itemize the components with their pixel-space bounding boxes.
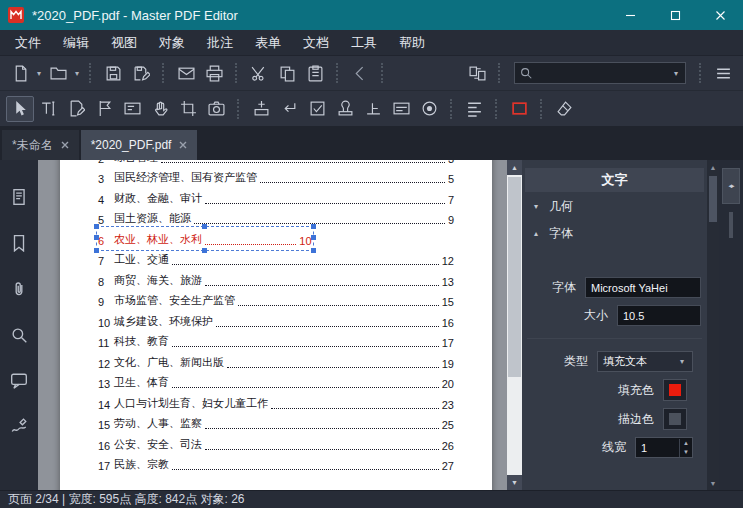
text-field-tool-button[interactable] [387, 96, 415, 122]
email-button[interactable] [172, 60, 200, 86]
toc-row[interactable]: 17民族、宗教27 [98, 454, 454, 475]
stroke-color-swatch[interactable] [663, 408, 687, 430]
close-button[interactable] [698, 0, 743, 30]
edit-object-tool-button[interactable] [62, 96, 90, 122]
new-document-caret[interactable]: ▾ [34, 69, 44, 78]
scroll-up-icon[interactable]: ▲ [710, 160, 717, 174]
scroll-up-icon[interactable]: ▲ [507, 160, 522, 175]
selection-handle[interactable] [311, 235, 316, 240]
document-scrollbar[interactable]: ▲ ▼ [507, 160, 522, 490]
toc-row[interactable]: 9市场监管、安全生产监管15 [98, 290, 454, 311]
scrollbar-thumb[interactable] [508, 177, 521, 377]
toc-row[interactable]: 16公安、安全、司法26 [98, 433, 454, 454]
tab-close-icon[interactable] [179, 141, 187, 149]
hand-tool-button[interactable] [146, 96, 174, 122]
toc-row[interactable]: 12文化、广电、新闻出版19 [98, 351, 454, 372]
open-button[interactable] [44, 60, 72, 86]
text-type-dropdown[interactable]: 填充文本 ▾ [597, 351, 693, 372]
menu-item-8[interactable]: 帮助 [388, 30, 436, 56]
indent-tool-button[interactable] [275, 96, 303, 122]
section-font[interactable]: ▴ 字体 [522, 219, 707, 246]
spin-up-icon[interactable]: ▲ [680, 439, 692, 448]
toolbar-menu-button[interactable] [709, 60, 737, 86]
panel-scrollbar-thumb[interactable] [709, 176, 717, 222]
toc-row[interactable]: 13卫生、体育20 [98, 372, 454, 393]
toc-row[interactable]: 3国民经济管理、国有资产监管5 [98, 167, 454, 188]
perpendicular-tool-button[interactable] [359, 96, 387, 122]
copy-button[interactable] [273, 60, 301, 86]
pdf-page[interactable]: 2综合管理33国民经济管理、国有资产监管54财政、金融、审计75国土资源、能源9… [60, 160, 492, 490]
toc-row[interactable]: 15劳动、人事、监察25 [98, 413, 454, 434]
scroll-down-icon[interactable]: ▼ [507, 475, 522, 490]
crop-tool-button[interactable] [174, 96, 202, 122]
section-geometry[interactable]: ▾ 几何 [522, 192, 707, 219]
fill-color-swatch[interactable] [663, 379, 687, 401]
bookmarks-button[interactable] [4, 228, 34, 258]
menu-item-5[interactable]: 表单 [244, 30, 292, 56]
toc-row[interactable]: 4财政、金融、审计7 [98, 187, 454, 208]
open-caret[interactable]: ▾ [72, 69, 82, 78]
select-tool-button[interactable] [6, 96, 34, 122]
menu-item-0[interactable]: 文件 [4, 30, 52, 56]
panel-scrollbar[interactable]: ▲ ▼ [707, 160, 719, 490]
menu-item-7[interactable]: 工具 [340, 30, 388, 56]
radio-button-tool-button[interactable] [415, 96, 443, 122]
swap-pages-button[interactable] [463, 60, 491, 86]
rectangle-annotation-tool-button[interactable] [505, 96, 533, 122]
minimize-button[interactable] [608, 0, 653, 30]
selection-handle[interactable] [94, 235, 99, 240]
page-thumbnails-button[interactable] [4, 182, 34, 212]
menu-item-4[interactable]: 批注 [196, 30, 244, 56]
save-as-button[interactable] [127, 60, 155, 86]
scrollbar-track[interactable] [507, 175, 522, 475]
print-button[interactable] [200, 60, 228, 86]
menu-item-1[interactable]: 编辑 [52, 30, 100, 56]
snapshot-tool-button[interactable] [202, 96, 230, 122]
document-viewport[interactable]: 2综合管理33国民经济管理、国有资产监管54财政、金融、审计75国土资源、能源9… [38, 160, 522, 490]
comments-button[interactable] [4, 366, 34, 396]
panel-scrollbar-track[interactable] [707, 174, 719, 476]
selection-handle[interactable] [94, 248, 99, 253]
toc-row-selected[interactable]: 6农业、林业、水利10 [98, 228, 312, 249]
undo-button[interactable] [346, 60, 374, 86]
form-fields-tool-button[interactable] [118, 96, 146, 122]
checkbox-tool-button[interactable] [303, 96, 331, 122]
selection-handle[interactable] [311, 224, 316, 229]
selection-handle[interactable] [202, 248, 207, 253]
toc-row[interactable]: 11科技、教育17 [98, 331, 454, 352]
add-widget-tool-button[interactable] [247, 96, 275, 122]
toc-row[interactable]: 5国土资源、能源9 [98, 208, 454, 229]
toc-row[interactable]: 14人口与计划生育、妇女儿童工作23 [98, 392, 454, 413]
cut-button[interactable] [245, 60, 273, 86]
save-button[interactable] [99, 60, 127, 86]
stamp-tool-button[interactable] [331, 96, 359, 122]
menu-item-3[interactable]: 对象 [148, 30, 196, 56]
menu-item-2[interactable]: 视图 [100, 30, 148, 56]
search-input[interactable] [533, 66, 671, 80]
selection-handle[interactable] [94, 224, 99, 229]
maximize-button[interactable] [653, 0, 698, 30]
search-options-caret[interactable]: ▾ [671, 69, 681, 78]
font-name-field[interactable]: Microsoft YaHei [585, 277, 701, 298]
toc-row[interactable]: 8商贸、海关、旅游13 [98, 269, 454, 290]
toc-row[interactable]: 10城乡建设、环境保护16 [98, 310, 454, 331]
new-document-button[interactable] [6, 60, 34, 86]
spinner-arrows[interactable]: ▲▼ [679, 439, 692, 457]
tab-untitled[interactable]: *未命名 [2, 130, 79, 160]
align-tool-button[interactable] [460, 96, 488, 122]
spin-down-icon[interactable]: ▼ [680, 448, 692, 457]
panel-edge-handle[interactable] [729, 212, 733, 238]
attachments-button[interactable] [4, 274, 34, 304]
edit-text-tool-button[interactable] [34, 96, 62, 122]
search-panel-button[interactable] [4, 320, 34, 350]
text-select-tool-button[interactable] [90, 96, 118, 122]
tab-2020-pdf[interactable]: *2020_PDF.pdf [81, 130, 198, 160]
signature-button[interactable] [4, 412, 34, 442]
menu-item-6[interactable]: 文档 [292, 30, 340, 56]
line-width-spinner[interactable]: 1 ▲▼ [635, 437, 693, 458]
tab-close-icon[interactable] [61, 141, 69, 149]
scroll-down-icon[interactable]: ▼ [710, 476, 717, 490]
font-size-field[interactable]: 10.5 [617, 305, 701, 326]
panel-collapse-button[interactable]: ◂▸ [722, 168, 740, 204]
paste-button[interactable] [301, 60, 329, 86]
